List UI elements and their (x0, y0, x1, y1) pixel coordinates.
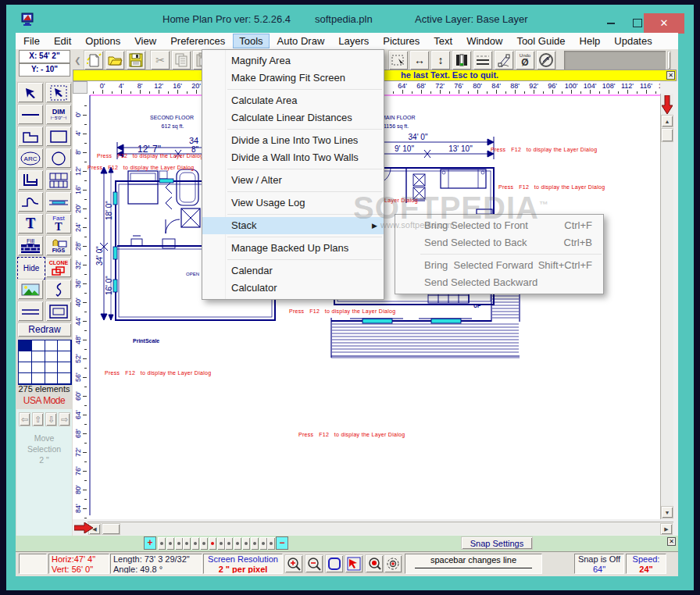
cut-button[interactable]: ✂ (150, 50, 170, 70)
undo-button[interactable]: Undo Ø (515, 50, 535, 70)
usa-mode-label[interactable]: USA Mode (16, 395, 73, 406)
menu-item-divide-a-wall-into-two-walls[interactable]: Divide a Wall Into Two Walls (202, 149, 384, 166)
redraw-button[interactable]: Redraw (17, 322, 72, 337)
submenu-item-bring-selected-to-front[interactable]: Bring Selected to FrontCtrl+F (395, 217, 603, 234)
layer-grid-cell[interactable] (19, 351, 32, 362)
scroll-right-arrow[interactable]: ▶ (660, 523, 673, 535)
page-dot-button-8[interactable] (217, 537, 225, 550)
open-file-button[interactable] (105, 50, 125, 70)
menubar-item-preferences[interactable]: Preferences (164, 34, 231, 48)
layer-grid-cell[interactable] (58, 373, 71, 384)
menubar-item-updates[interactable]: Updates (608, 34, 658, 48)
scroll-down-arrow[interactable]: ▼ (661, 506, 673, 518)
layer-grid-cell[interactable] (45, 340, 59, 351)
menu-item-view-alter[interactable]: View / Alter (202, 172, 384, 189)
menubar-item-window[interactable]: Window (460, 34, 509, 48)
close-button[interactable]: ✕ (644, 13, 684, 34)
minimize-button[interactable] (602, 15, 620, 32)
layer-grid-cell[interactable] (32, 373, 45, 384)
menubar-item-auto-draw[interactable]: Auto Draw (271, 34, 331, 48)
figures-tool-button[interactable]: FIGS (45, 235, 72, 256)
page-dot-button-2[interactable] (166, 537, 174, 550)
dimension-tool-button[interactable]: DIM ⊢5'0"⊣ (45, 104, 72, 125)
vertical-flip-button[interactable]: ↕ (430, 50, 451, 70)
page-dot-button-12[interactable] (251, 537, 259, 550)
edit-nodes-button[interactable] (494, 50, 514, 70)
submenu-item-bring-selected-forward[interactable]: Bring Selected ForwardShift+Ctrl+F (395, 257, 603, 274)
text-tool-button[interactable]: T (17, 213, 44, 234)
clone-tool-button[interactable]: CLONE (45, 257, 72, 278)
inner-rectangle-tool-button[interactable] (45, 301, 72, 322)
layer-grid-cell[interactable] (58, 362, 71, 373)
vertical-scrollbar[interactable]: ▲ ▼ (660, 94, 673, 519)
columns-button[interactable] (452, 50, 472, 70)
submenu-item-send-selected-backward[interactable]: Send Selected Backward (395, 274, 603, 291)
page-dot-button-5[interactable] (191, 537, 199, 550)
menu-item-manage-backed-up-plans[interactable]: Manage Backed Up Plans (202, 240, 384, 257)
remove-page-button[interactable]: − (276, 536, 288, 550)
select-region-button[interactable] (388, 50, 409, 70)
horizontal-scrollbar[interactable]: ◀ ▶ (88, 522, 673, 535)
collapse-toolbar-chevron[interactable]: ❮ (73, 50, 82, 70)
layer-grid-cell[interactable] (32, 351, 45, 362)
page-dot-button-4[interactable] (183, 537, 191, 550)
menubar-item-text[interactable]: Text (427, 34, 459, 48)
no-draw-button[interactable] (536, 50, 556, 70)
menubar-item-edit[interactable]: Edit (48, 34, 77, 48)
zoom-in-button[interactable] (284, 554, 303, 573)
menubar-item-view[interactable]: View (128, 34, 162, 48)
move-down-button[interactable]: ⇩ (45, 412, 57, 426)
move-right-button[interactable]: ⇨ (59, 412, 70, 426)
layer-grid-cell[interactable] (19, 340, 32, 351)
zoom-all-button[interactable] (384, 554, 402, 573)
line-style-button[interactable] (473, 50, 493, 70)
menubar-item-layers[interactable]: Layers (332, 34, 375, 48)
hide-tool-button[interactable]: Hide (17, 257, 45, 280)
move-left-button[interactable]: ⇦ (19, 412, 30, 426)
menubar-item-file[interactable]: File (17, 34, 46, 48)
move-up-button[interactable]: ⇧ (32, 412, 44, 426)
arc-tool-button[interactable]: ARC (17, 148, 44, 169)
page-dot-button-9[interactable] (225, 537, 233, 550)
menu-item-stack[interactable]: Stack▶ (202, 217, 384, 234)
toolbar-divider-handle[interactable] (667, 51, 671, 69)
select-tool-button[interactable] (17, 82, 44, 103)
page-dot-button-11[interactable] (242, 537, 250, 550)
menu-item-magnify-area[interactable]: Magnify Area (202, 52, 384, 69)
hint-close-icon[interactable]: ✕ (666, 71, 675, 80)
layer-grid-cell[interactable] (19, 373, 32, 384)
strip-close-icon[interactable]: ✕ (667, 537, 676, 546)
page-dot-button-7[interactable] (209, 537, 216, 550)
parallel-lines-tool-button[interactable] (17, 301, 44, 322)
page-dot-button-1[interactable] (158, 537, 166, 550)
menu-item-calendar[interactable]: Calendar (202, 262, 384, 280)
wall-tool-button[interactable] (17, 169, 44, 191)
layer-grid-cell[interactable] (45, 351, 59, 362)
menu-item-calculate-linear-distances[interactable]: Calculate Linear Distances (202, 109, 384, 126)
new-file-button[interactable] (84, 50, 104, 70)
layer-grid-cell[interactable] (19, 362, 32, 373)
menubar-item-pictures[interactable]: Pictures (377, 34, 426, 48)
layer-grid-cell[interactable] (58, 351, 71, 362)
layer-grid-cell[interactable] (45, 373, 59, 384)
scroll-up-arrow[interactable]: ▲ (661, 115, 673, 127)
fit-page-button[interactable] (325, 554, 344, 573)
page-dot-button-14[interactable] (267, 537, 275, 550)
circle-tool-button[interactable] (45, 148, 72, 169)
snap-settings-button[interactable]: Snap Settings (461, 536, 533, 550)
fast-text-tool-button[interactable]: Fast T (45, 213, 72, 234)
menu-item-divide-a-line-into-two-lines[interactable]: Divide a Line Into Two Lines (202, 132, 384, 149)
menubar-item-help[interactable]: Help (573, 34, 607, 48)
page-dot-button-6[interactable] (200, 537, 208, 550)
fit-drawing-button[interactable] (345, 554, 363, 573)
add-page-button[interactable]: + (144, 536, 156, 550)
page-dot-button-3[interactable] (175, 537, 183, 550)
fill-tool-button[interactable]: Fill (17, 235, 44, 256)
picture-tool-button[interactable] (17, 279, 44, 300)
freehand-tool-button[interactable] (45, 279, 72, 300)
copy-button[interactable] (171, 50, 191, 70)
snap-panel[interactable]: Snap is Off 64" (574, 554, 624, 574)
double-line-tool-button[interactable] (45, 191, 72, 212)
line-tool-button[interactable] (17, 104, 44, 125)
horizontal-scroll-thumb[interactable] (102, 523, 120, 535)
